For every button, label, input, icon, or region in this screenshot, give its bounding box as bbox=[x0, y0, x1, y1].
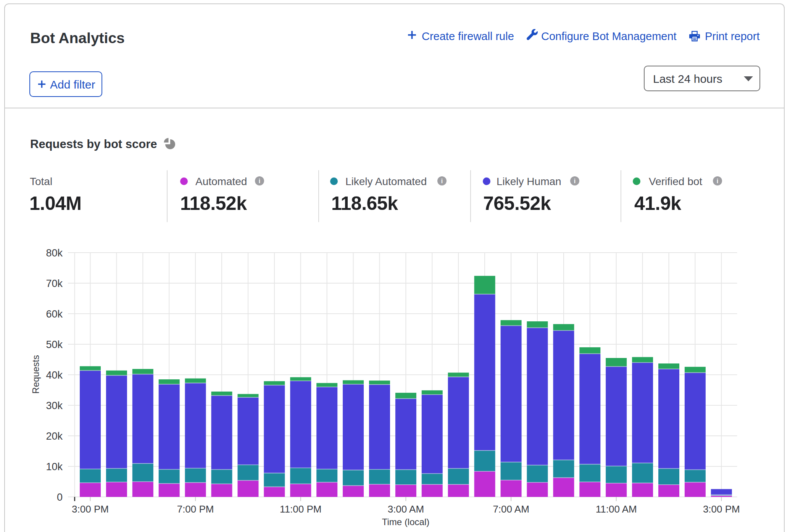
svg-text:11:00 AM: 11:00 AM bbox=[596, 503, 637, 515]
svg-text:7:00 AM: 7:00 AM bbox=[493, 503, 529, 515]
svg-text:50k: 50k bbox=[46, 339, 63, 350]
svg-text:20k: 20k bbox=[46, 430, 63, 442]
svg-text:80k: 80k bbox=[46, 247, 63, 259]
svg-text:70k: 70k bbox=[46, 278, 63, 289]
svg-text:0: 0 bbox=[57, 492, 63, 503]
svg-text:3:00 PM: 3:00 PM bbox=[72, 503, 109, 515]
svg-text:11:00 PM: 11:00 PM bbox=[280, 503, 321, 515]
svg-text:40k: 40k bbox=[46, 369, 63, 381]
svg-text:60k: 60k bbox=[46, 308, 63, 320]
svg-text:3:00 PM: 3:00 PM bbox=[703, 503, 740, 515]
svg-text:10k: 10k bbox=[46, 461, 63, 472]
svg-text:30k: 30k bbox=[46, 400, 63, 411]
svg-text:7:00 PM: 7:00 PM bbox=[177, 503, 214, 515]
svg-text:Requests: Requests bbox=[31, 355, 41, 393]
svg-text:3:00 AM: 3:00 AM bbox=[388, 503, 424, 515]
svg-text:Time (local): Time (local) bbox=[382, 517, 429, 527]
